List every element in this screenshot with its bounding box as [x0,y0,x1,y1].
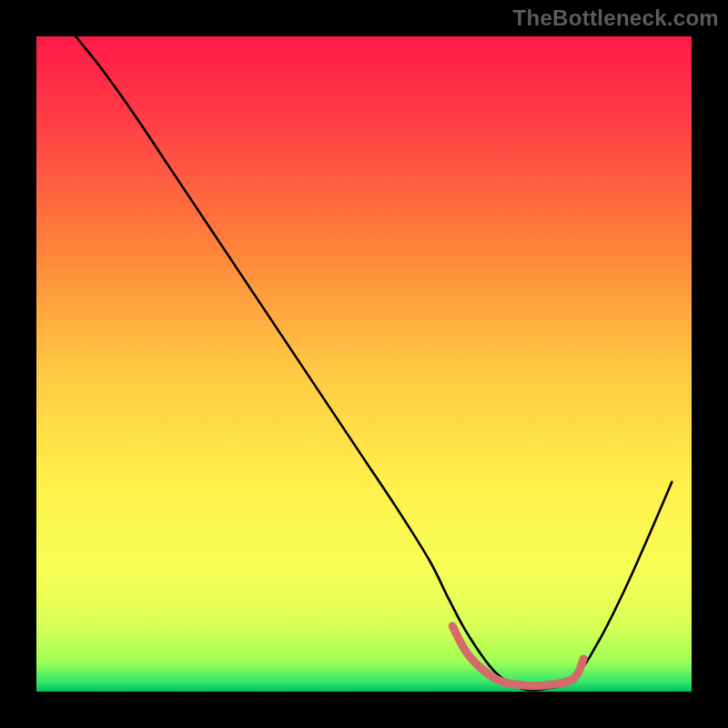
bottleneck-chart [0,0,728,728]
plot-background [36,36,692,692]
chart-frame: TheBottleneck.com [0,0,728,728]
